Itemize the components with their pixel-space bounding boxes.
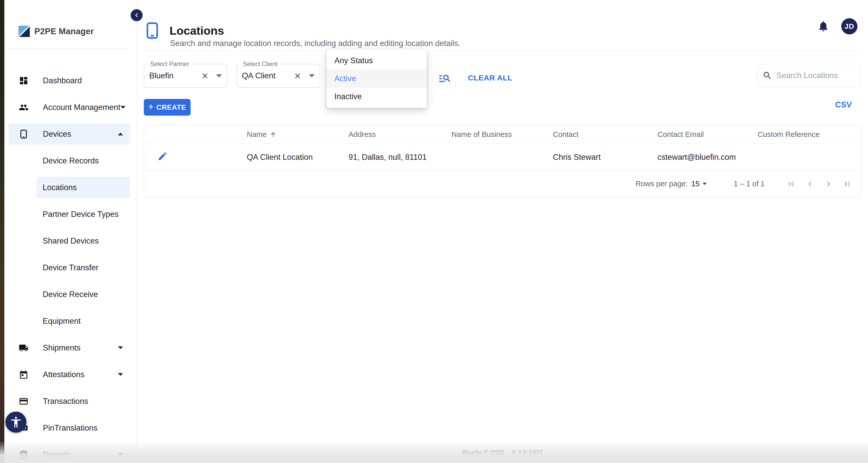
pager [786,179,852,189]
clear-client-icon[interactable] [293,72,302,80]
column-header-contact[interactable]: Contact [553,130,657,139]
app-logo: P2PE Manager [19,26,94,37]
locations-table: Name Address Name of Business Contact Co… [144,125,861,197]
notifications-bell-icon[interactable] [817,20,830,32]
sidebar-item-label: Reports [43,450,71,459]
edit-row-button[interactable] [157,151,168,161]
sidebar-item-transactions[interactable]: Transactions [8,390,130,412]
truck-icon [19,343,29,353]
clear-partner-icon[interactable] [201,72,209,80]
rows-per-page-value: 15 [691,180,700,188]
chevron-up-icon [118,133,123,136]
clipboard-icon [19,450,29,460]
table-pagination: Rows per page: 15 1 – 1 of 1 [144,171,861,197]
avatar[interactable]: JD [841,18,858,34]
cell-contact-email: cstewart@bluefin.com [657,153,757,162]
table-header-row: Name Address Name of Business Contact Co… [144,125,861,144]
sidebar-item-pintranslations[interactable]: PinTranslations [8,417,130,439]
sidebar-item-label: Locations [43,183,77,192]
sort-ascending-icon [270,131,277,138]
column-header-custom-reference[interactable]: Custom Reference [757,130,861,139]
sidebar-item-account-management[interactable]: Account Management [8,96,130,118]
sidebar-item-partner-device-types[interactable]: Partner Device Types [37,203,130,225]
sidebar-item-equipment[interactable]: Equipment [37,310,130,332]
pencil-icon [157,151,168,161]
search-box [757,64,861,87]
csv-export-link[interactable]: CSV [835,100,852,110]
sidebar-item-locations[interactable]: Locations [37,177,130,198]
sidebar-item-device-transfer[interactable]: Device Transfer [37,257,130,278]
sidebar-item-reports[interactable]: Reports [8,444,130,463]
accessibility-widget-button[interactable] [5,412,26,433]
clear-all-button[interactable]: CLEAR ALL [468,74,512,82]
sidebar-item-label: Shared Devices [43,236,99,245]
rows-per-page-select[interactable]: Rows per page: 15 [636,180,707,188]
sidebar-item-label: Shipments [43,343,81,352]
sidebar-item-label: Equipment [43,317,81,326]
cell-name: QA Client Location [247,153,348,162]
advanced-search-button[interactable] [438,71,452,85]
sidebar-nav: Dashboard Account Management Devices Dev… [4,70,137,463]
column-header-business[interactable]: Name of Business [452,130,553,139]
cell-contact: Chris Stewart [553,153,657,162]
last-page-button[interactable] [842,179,852,189]
next-page-button[interactable] [824,179,833,189]
plus-icon: + [148,102,154,112]
status-option-active[interactable]: Active [327,69,427,88]
first-page-icon [786,179,796,189]
sidebar-item-device-receive[interactable]: Device Receive [37,284,130,305]
accessibility-icon [9,416,22,429]
chevron-down-icon [216,74,222,77]
status-dropdown-menu: Any Status Active Inactive [327,49,427,108]
cell-address: 91, Dallas, null, 81101 [348,153,452,162]
pagination-range: 1 – 1 of 1 [734,180,765,188]
footer-version: 6.3.0-1937 [512,449,543,456]
client-select[interactable]: Select Client QA Client [237,64,320,88]
footer-copyright: Bluefin © 2025 [462,449,504,456]
create-button[interactable]: + CREATE [144,99,191,116]
previous-page-button[interactable] [805,179,815,189]
sidebar-collapse-button[interactable] [131,9,143,21]
sidebar-item-shared-devices[interactable]: Shared Devices [37,230,130,252]
sidebar: P2PE Manager Dashboard Account Managemen… [4,0,137,463]
column-header-name[interactable]: Name [247,130,348,139]
sidebar-item-shipments[interactable]: Shipments [8,337,130,358]
chevron-right-icon [824,179,833,189]
chevron-down-icon [118,373,123,376]
sidebar-item-label: Attestations [43,370,85,379]
sidebar-item-label: Device Records [43,156,99,166]
rows-per-page-label: Rows per page: [636,180,688,188]
column-header-contact-email[interactable]: Contact Email [657,130,757,139]
status-option-any[interactable]: Any Status [327,52,427,69]
sidebar-item-device-records[interactable]: Device Records [37,150,130,171]
chevron-down-icon [118,453,123,456]
column-header-address[interactable]: Address [348,130,452,139]
partner-select[interactable]: Select Partner Bluefin [144,64,227,88]
sidebar-item-label: Partner Device Types [43,210,119,219]
manage-search-icon [438,71,452,85]
sidebar-item-label: Dashboard [43,76,82,85]
sidebar-item-label: Device Transfer [43,263,98,272]
chevron-left-icon [133,12,140,19]
chevron-down-icon [118,346,123,349]
desktop-edge [0,0,4,463]
sidebar-divider [8,49,128,49]
chevron-down-icon [120,106,126,109]
app-name: P2PE Manager [34,26,94,36]
footer: Bluefin © 20256.3.0-1937 [137,449,868,456]
table-row: QA Client Location 91, Dallas, null, 811… [144,144,861,171]
calendar-icon [19,370,29,379]
search-input[interactable] [776,71,856,80]
sidebar-item-label: PinTranslations [43,424,98,433]
status-option-inactive[interactable]: Inactive [327,88,427,106]
locations-page-icon [147,22,158,39]
sidebar-item-dashboard[interactable]: Dashboard [8,70,130,91]
sidebar-item-devices[interactable]: Devices [8,123,130,145]
last-page-icon [842,179,852,189]
client-select-value: QA Client [242,71,293,80]
sidebar-item-attestations[interactable]: Attestations [8,364,130,385]
header-divider [144,50,860,51]
chevron-down-icon [703,183,707,185]
first-page-button[interactable] [786,179,796,189]
smartphone-icon [19,129,29,139]
